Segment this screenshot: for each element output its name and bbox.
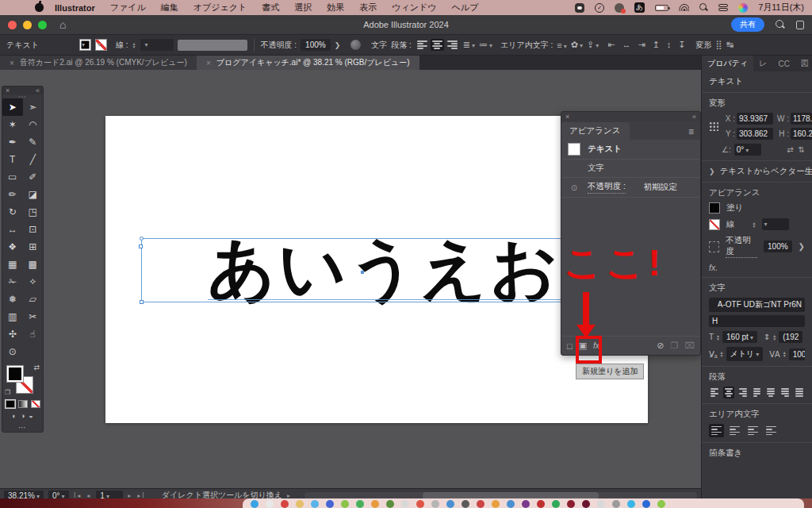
edit-toolbar-icon[interactable]: ⋯ xyxy=(2,423,43,432)
align-justify-left-button[interactable] xyxy=(752,387,763,398)
lasso-tool[interactable]: ◠ xyxy=(23,116,44,133)
slice-tool[interactable]: ✂ xyxy=(23,308,44,325)
dock-app-icon-16[interactable] xyxy=(477,500,485,508)
text-to-vector-section[interactable]: ❯ テキストからベクター生成 (B xyxy=(702,161,812,182)
gradient-tool[interactable]: ▩ xyxy=(23,256,44,273)
touch-type-icon[interactable]: ✿ xyxy=(571,40,583,50)
menu-8[interactable]: ウィンドウ xyxy=(392,2,436,13)
drawing-mode-1[interactable]: ◐ xyxy=(12,412,16,420)
wifi-icon[interactable] xyxy=(679,4,689,11)
selection-handle[interactable] xyxy=(140,237,144,241)
dock-app-icon-1[interactable] xyxy=(251,500,259,508)
x-field[interactable]: 93.9367 xyxy=(737,113,773,125)
w-field[interactable]: 1178. xyxy=(791,113,812,125)
dock-app-icon-6[interactable] xyxy=(326,500,334,508)
macos-dock[interactable] xyxy=(243,498,804,508)
stroke-swatch[interactable] xyxy=(709,219,720,230)
close-tab-icon[interactable]: × xyxy=(10,59,14,67)
pencil-tool[interactable]: ✏ xyxy=(2,186,23,203)
bullet-list-icon[interactable]: ≣ xyxy=(463,40,475,50)
leading-field[interactable]: (192 xyxy=(779,331,802,343)
eyedropper-tool[interactable]: ✧ xyxy=(23,273,44,291)
line-app-icon[interactable] xyxy=(575,3,584,13)
rectangle-tool[interactable]: ▭ xyxy=(2,168,23,186)
dock-app-icon-7[interactable] xyxy=(341,500,349,508)
export-options-icon[interactable]: ⇪ xyxy=(587,40,599,50)
column-graph-tool[interactable]: ▥ xyxy=(2,308,23,325)
type-tool[interactable]: T xyxy=(2,151,23,168)
collapse-panel-icon[interactable]: « xyxy=(692,113,696,121)
selection-handle[interactable] xyxy=(140,300,144,304)
width-tool[interactable]: ↔ xyxy=(2,221,23,238)
menu-6[interactable]: 効果 xyxy=(327,2,344,13)
flip-vertical-icon[interactable]: ⇅ xyxy=(799,145,805,154)
selection-handle[interactable] xyxy=(139,244,143,248)
numbered-list-icon[interactable]: ≔ xyxy=(479,40,492,50)
zoom-tool[interactable]: ⊙ xyxy=(2,343,23,360)
hand-tool[interactable]: ☝ xyxy=(23,325,44,343)
pen-tool[interactable]: ✒ xyxy=(2,133,23,151)
panel-menu-icon[interactable]: ≡ xyxy=(688,126,700,140)
opacity-options-chevron-icon[interactable]: ❯ xyxy=(335,41,341,49)
dock-app-icon-11[interactable] xyxy=(401,500,409,508)
area-type-label[interactable]: エリア内文字 : xyxy=(500,40,553,51)
mesh-tool[interactable]: ▦ xyxy=(2,256,23,273)
stroke-weight-dropdown[interactable] xyxy=(762,218,789,230)
y-field[interactable]: 303.862 xyxy=(737,128,773,140)
zoom-window-button[interactable] xyxy=(38,21,47,29)
object-align-icon-5[interactable]: ↕ xyxy=(667,40,672,50)
close-window-button[interactable] xyxy=(8,21,17,29)
panel-tab-2[interactable]: CC xyxy=(772,57,795,71)
shape-builder-tool[interactable]: ❖ xyxy=(2,238,23,256)
home-icon[interactable]: ⌂ xyxy=(59,18,66,31)
notification-app-icon[interactable] xyxy=(615,3,624,13)
appearance-row-opacity[interactable]: ⊙ 不透明度 : 初期設定 xyxy=(561,178,700,198)
fill-swatch[interactable] xyxy=(6,365,24,383)
leading-stepper[interactable] xyxy=(772,334,776,341)
angle-dropdown[interactable]: 0° xyxy=(734,144,761,156)
dock-app-icon-3[interactable] xyxy=(281,500,289,508)
opacity-chevron-icon[interactable]: ❯ xyxy=(799,242,805,251)
dock-app-icon-23[interactable] xyxy=(582,500,590,508)
stroke-weight-dropdown[interactable] xyxy=(140,39,174,51)
transform-label[interactable]: 変形 xyxy=(696,40,712,51)
menu-app[interactable]: Illustrator xyxy=(55,3,95,13)
appearance-row-characters[interactable]: 文字 xyxy=(561,160,700,178)
dock-app-icon-12[interactable] xyxy=(416,500,424,508)
area-type-options-icon[interactable]: ≡ xyxy=(557,40,566,50)
opacity-link-label[interactable]: 不透明度 : xyxy=(588,181,626,194)
line-segment-tool[interactable]: ╱ xyxy=(23,151,44,168)
align-right-button[interactable] xyxy=(446,39,459,51)
align-center-button[interactable] xyxy=(723,387,734,398)
menu-bar-date[interactable]: 7月11日(木) xyxy=(758,2,804,13)
direct-selection-tool[interactable]: ➣ xyxy=(23,98,44,116)
default-fill-stroke-icon[interactable]: ❐ xyxy=(5,389,10,396)
eraser-tool[interactable]: ◪ xyxy=(23,186,44,203)
object-align-icon-2[interactable]: ↔ xyxy=(622,40,630,50)
selection-center-point[interactable] xyxy=(361,271,364,274)
panel-tab-3[interactable]: 図 xyxy=(795,56,812,71)
rotate-tool[interactable]: ↻ xyxy=(2,203,23,221)
brush-definition-dropdown[interactable] xyxy=(178,40,247,51)
dock-app-icon-4[interactable] xyxy=(296,500,304,508)
collapse-panel-icon[interactable]: « xyxy=(36,87,40,94)
paragraph-label[interactable]: 段落 : xyxy=(391,40,412,51)
object-align-icon-4[interactable]: ↥ xyxy=(653,40,660,50)
dock-app-icon-2[interactable] xyxy=(266,500,274,508)
fx-button[interactable]: fx. xyxy=(709,263,805,272)
dock-app-icon-20[interactable] xyxy=(537,500,545,508)
menu-2[interactable]: 編集 xyxy=(161,2,178,13)
stroke-color-swatch[interactable] xyxy=(95,39,107,51)
clock-app-icon[interactable]: ✓ xyxy=(595,3,604,13)
kerning-stepper[interactable] xyxy=(720,351,724,357)
object-align-icon-6[interactable]: ↧ xyxy=(678,40,685,50)
align-justify-all-button[interactable] xyxy=(794,387,805,398)
free-transform-tool[interactable]: ⊡ xyxy=(23,221,44,238)
gradient-button[interactable] xyxy=(18,400,28,408)
h-field[interactable]: 160.2 xyxy=(791,128,812,140)
dock-app-icon-8[interactable] xyxy=(356,500,364,508)
appearance-row-text[interactable]: テキスト xyxy=(561,140,700,160)
stroke-weight-stepper[interactable] xyxy=(132,42,136,48)
dock-app-icon-21[interactable] xyxy=(552,500,560,508)
app-search-icon[interactable] xyxy=(776,20,785,29)
